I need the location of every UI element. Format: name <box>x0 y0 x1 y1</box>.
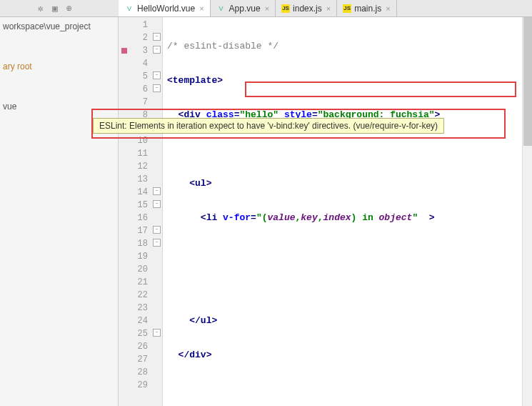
library-root-label[interactable]: ary root <box>0 60 118 73</box>
fold-toggle-icon[interactable]: - <box>153 33 161 41</box>
line-number: 27 <box>119 353 162 366</box>
tab-label: App.vue <box>229 4 261 14</box>
editor-tab[interactable]: VApp.vue× <box>211 0 276 16</box>
fold-toggle-icon[interactable]: - <box>153 239 161 247</box>
js-file-icon: JS <box>343 4 351 13</box>
collapse-icon[interactable]: ▣ <box>50 4 60 14</box>
line-number: 28 <box>119 366 162 379</box>
line-number: 23 <box>119 302 162 315</box>
breakpoint-marker[interactable] <box>121 48 127 54</box>
line-number: 21 <box>119 276 162 289</box>
line-number: 7 <box>119 96 162 109</box>
close-icon[interactable]: × <box>326 4 331 13</box>
comment: /* eslint-disable */ <box>167 41 278 51</box>
line-number: 14- <box>119 186 162 199</box>
project-path[interactable]: workspace\vue_project <box>0 20 118 33</box>
line-number: 10 <box>119 134 162 147</box>
fold-toggle-icon[interactable]: - <box>153 200 161 208</box>
line-number: 5- <box>119 70 162 83</box>
line-number: 18- <box>119 237 162 250</box>
fold-toggle-icon[interactable]: - <box>153 84 161 92</box>
line-number: 6- <box>119 83 162 96</box>
line-number: 13 <box>119 173 162 186</box>
fold-toggle-icon[interactable]: - <box>153 226 161 234</box>
scrollbar-thumb[interactable] <box>523 17 532 146</box>
toolbar-left: ✲ ▣ ⊕ <box>0 0 119 16</box>
line-number: 3- <box>119 44 162 57</box>
line-number: 16 <box>119 212 162 224</box>
close-icon[interactable]: × <box>386 4 390 13</box>
line-number: 20 <box>119 263 162 276</box>
line-number: 15- <box>119 199 162 212</box>
fold-toggle-icon[interactable]: - <box>153 46 161 54</box>
code-area[interactable]: /* eslint-disable */ <template> <div cla… <box>163 17 532 406</box>
line-number: 12 <box>119 160 162 173</box>
fold-toggle-icon[interactable]: - <box>153 187 161 195</box>
line-gutter: 12-3-45-6-7891011121314-15-1617-18-19202… <box>119 17 163 406</box>
line-number: 17- <box>119 224 162 237</box>
close-icon[interactable]: × <box>199 4 204 13</box>
file-label[interactable]: vue <box>0 100 118 113</box>
eslint-tooltip: ESLint: Elements in iteration expect to … <box>93 118 444 134</box>
code-editor[interactable]: 12-3-45-6-7891011121314-15-1617-18-19202… <box>119 17 532 406</box>
line-number: 22 <box>119 289 162 302</box>
editor-tab[interactable]: JSindex.js× <box>276 0 337 16</box>
close-icon[interactable]: × <box>265 4 269 13</box>
line-number: 4 <box>119 57 162 70</box>
fold-toggle-icon[interactable]: - <box>153 71 161 79</box>
tab-label: index.js <box>293 4 322 14</box>
vue-file-icon: V <box>124 4 134 14</box>
tab-label: HelloWorld.vue <box>137 4 195 14</box>
project-sidebar[interactable]: workspace\vue_project ary root vue <box>0 17 119 406</box>
line-number: 2- <box>119 31 162 44</box>
target-icon[interactable]: ⊕ <box>64 4 74 14</box>
tab-label: main.js <box>354 4 381 14</box>
line-number: 25- <box>119 327 162 340</box>
line-number: 11 <box>119 147 162 160</box>
js-file-icon: JS <box>281 4 290 13</box>
vue-file-icon: V <box>216 4 226 14</box>
line-number: 1 <box>119 19 162 31</box>
line-number: 26 <box>119 340 162 353</box>
line-number: 19 <box>119 250 162 263</box>
vertical-scrollbar[interactable] <box>522 17 532 406</box>
line-number: 24 <box>119 315 162 327</box>
settings-gear-icon[interactable]: ✲ <box>36 4 46 14</box>
line-number: 29 <box>119 379 162 392</box>
editor-tab[interactable]: JSmain.js× <box>337 0 396 16</box>
main-area: workspace\vue_project ary root vue 12-3-… <box>0 17 532 406</box>
editor-tab[interactable]: VHelloWorld.vue× <box>119 0 211 16</box>
fold-toggle-icon[interactable]: - <box>153 329 161 337</box>
tabs-bar: ✲ ▣ ⊕ VHelloWorld.vue×VApp.vue×JSindex.j… <box>0 0 532 17</box>
